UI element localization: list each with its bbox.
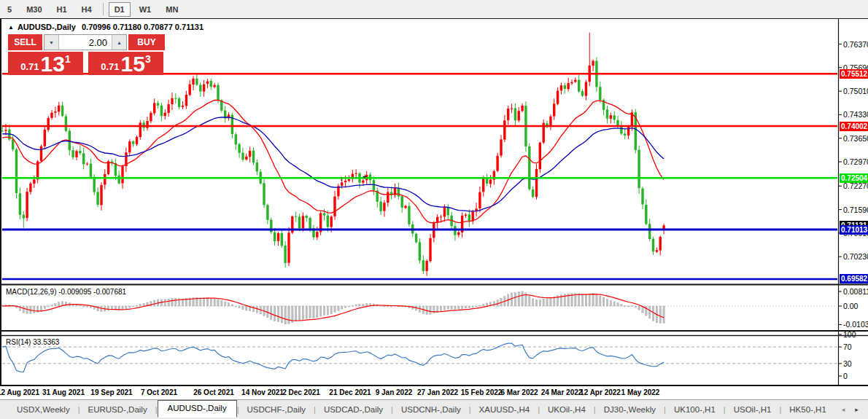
chart-tab-usdchf-daily[interactable]: USDCHF-,Daily — [239, 402, 314, 418]
chart-tab-xauusd-h4[interactable]: XAUUSD-,H4 — [471, 402, 538, 418]
level-price-badge: 0.75512 — [840, 69, 868, 79]
date-axis-label: 2 Dec 2021 — [282, 388, 320, 396]
timeframe-button-h1[interactable]: H1 — [51, 2, 73, 17]
level-price-badge: 0.71013 — [840, 225, 868, 235]
buy-price-point: 3 — [145, 53, 151, 65]
timeframe-button-5[interactable]: 5 — [1, 2, 18, 17]
timeframe-button-w1[interactable]: W1 — [133, 2, 158, 17]
price-tick-label: 0.72270 — [843, 181, 868, 190]
macd-indicator-label: MACD(12,26,9) -0.009095 -0.007681 — [6, 288, 126, 296]
one-click-trading-widget: SELL ▼ 2.00 ▲ BUY 0.71 13 1 0.71 15 3 — [8, 34, 165, 75]
chart-tab-dj30-weekly[interactable]: DJ30-,Weekly — [596, 402, 664, 418]
chart-tab-usdcad-daily[interactable]: USDCAD-,Daily — [316, 402, 391, 418]
level-price-badge: 0.74002 — [840, 122, 868, 131]
chart-title: ▲AUDUSD-,Daily0.70996 0.71180 0.70877 0.… — [8, 23, 204, 31]
price-tick-label: 0.73650 — [843, 134, 868, 143]
panel-separator — [0, 330, 868, 332]
tab-scroll-left-icon[interactable]: ◂ — [842, 406, 845, 413]
date-axis-label: 26 Oct 2021 — [193, 388, 234, 396]
timeframe-button-h4[interactable]: H4 — [76, 2, 98, 17]
price-tick-label: 0.70230 — [843, 252, 868, 261]
macd-tick-label: 0.00811 — [843, 287, 868, 296]
chart-marker-icon: ↓ — [340, 174, 344, 182]
date-axis-label: 12 Apr 2022 — [580, 388, 621, 396]
chart-symbol-label: AUDUSD-,Daily — [18, 23, 76, 31]
date-axis-label: 9 Jan 2022 — [376, 388, 413, 396]
date-axis-label: 24 Mar 2022 — [541, 388, 583, 396]
sell-price-box[interactable]: 0.71 13 1 — [8, 52, 83, 75]
rsi-tick-label: 100 — [843, 330, 856, 339]
chart-tab-ukoil-h4[interactable]: UKOil-,H4 — [540, 402, 594, 418]
buy-price-box[interactable]: 0.71 15 3 — [88, 52, 163, 75]
chart-collapse-icon[interactable]: ▲ — [8, 24, 14, 31]
chart-marker-icon: + — [363, 173, 367, 181]
symbol-tabbar: USDX,Weekly|EURUSD-,Daily|AUDUSD-,Daily|… — [0, 399, 868, 419]
chart-tab-uk100-h1[interactable]: UK100-,H1 — [666, 402, 724, 418]
price-tick-label: 0.75010 — [843, 87, 868, 95]
rsi-tick-label: 70 — [843, 342, 852, 351]
volume-stepper: ▼ 2.00 ▲ — [44, 34, 127, 50]
chart-tab-audusd-daily[interactable]: AUDUSD-,Daily — [158, 400, 237, 418]
timeframe-toolbar: 5M30H1H4D1W1MN — [0, 0, 868, 18]
price-tick-label: 0.71590 — [843, 205, 868, 214]
level-price-badge: 0.69582 — [840, 274, 868, 283]
panel-separator — [0, 385, 868, 386]
timeframe-button-mn[interactable]: MN — [160, 2, 184, 17]
toolbar-divider — [103, 3, 104, 15]
macd-tick-label: -0.01031 — [843, 320, 868, 329]
chart-tab-hk50-h1[interactable]: HK50-,H1 — [781, 402, 834, 418]
panel-separator — [0, 284, 868, 286]
volume-decrease-icon[interactable]: ▼ — [44, 35, 59, 50]
buy-button[interactable]: BUY — [128, 34, 165, 50]
rsi-tick-label: 0 — [843, 372, 848, 380]
price-tick-label: 0.76370 — [843, 40, 868, 49]
volume-input[interactable]: 2.00 — [59, 35, 112, 50]
trading-terminal-window: 5M30H1H4D1W1MN ↓+ ▲AUDUSD-,Daily0.70996 … — [0, 0, 868, 419]
date-axis-label: 7 Oct 2021 — [141, 388, 177, 396]
date-axis-label: 27 Jan 2022 — [417, 388, 458, 396]
chart-tab-eurusd-daily[interactable]: EURUSD-,Daily — [80, 402, 155, 418]
buy-price-pips: 15 — [121, 53, 145, 75]
macd-tick-label: 0.00 — [843, 302, 858, 310]
volume-increase-icon[interactable]: ▲ — [112, 35, 126, 50]
date-axis-label: 14 Nov 2021 — [241, 388, 284, 396]
price-tick-label: 0.74330 — [843, 110, 868, 119]
rsi-tick-label: 30 — [843, 359, 852, 368]
rsi-indicator-label: RSI(14) 33.5363 — [6, 338, 59, 346]
chart-tab-usdx-weekly[interactable]: USDX,Weekly — [9, 402, 78, 418]
date-axis-label: 31 Aug 2021 — [42, 388, 85, 396]
rsi-line — [2, 343, 664, 372]
chart-ohlc-values: 0.70996 0.71180 0.70877 0.71131 — [82, 23, 204, 31]
date-axis-label: 21 Dec 2021 — [329, 388, 371, 396]
tab-scroll-right-icon[interactable]: ▸ — [855, 406, 859, 413]
panel-separator — [0, 335, 868, 336]
buy-price-prefix: 0.71 — [101, 61, 119, 72]
timeframe-button-d1[interactable]: D1 — [109, 2, 131, 17]
date-axis-label: 19 Sep 2021 — [90, 388, 132, 396]
level-price-badge: 0.72504 — [840, 173, 868, 183]
date-axis-label: 15 Feb 2022 — [461, 388, 503, 396]
sell-price-point: 1 — [65, 53, 71, 65]
date-axis-label: 12 Aug 2021 — [0, 388, 39, 396]
date-axis-label: 1 May 2022 — [621, 388, 660, 396]
date-axis-label: 6 Mar 2022 — [500, 388, 538, 396]
sell-price-pips: 13 — [41, 53, 65, 75]
price-tick-label: 0.72970 — [843, 157, 868, 166]
timeframe-button-m30[interactable]: M30 — [20, 2, 47, 17]
chart-tab-usoil-h1[interactable]: USOil-,H1 — [726, 402, 780, 418]
sell-button[interactable]: SELL — [8, 34, 42, 50]
chart-tab-usdcnh-daily[interactable]: USDCNH-,Daily — [393, 402, 469, 418]
sell-price-prefix: 0.71 — [20, 61, 39, 72]
